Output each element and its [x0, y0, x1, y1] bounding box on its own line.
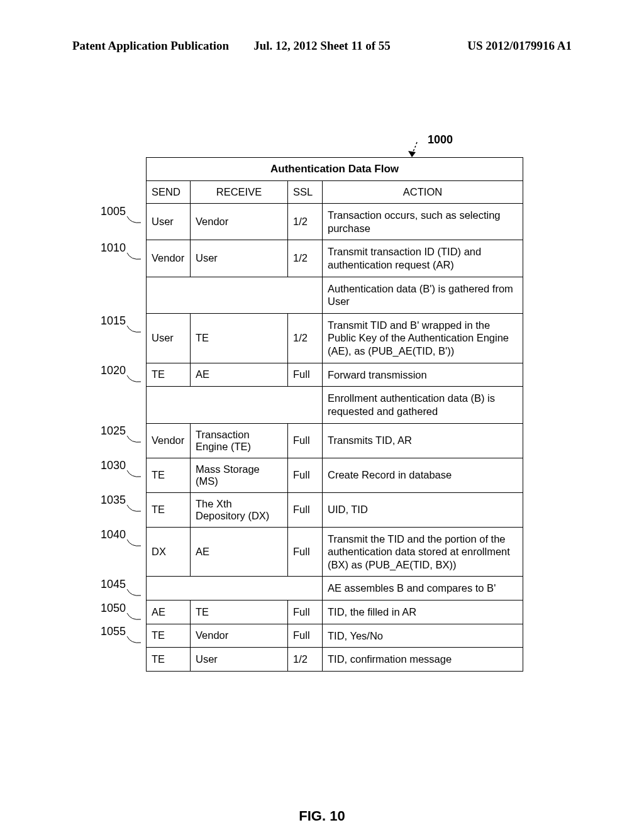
callout-curve-icon	[126, 252, 143, 263]
table-row: TEAEFullForward transmission	[147, 363, 523, 387]
callout-curve-icon	[126, 215, 143, 226]
receive-cell: AE	[191, 363, 288, 387]
ssl-cell: Full	[288, 527, 323, 577]
ssl-cell: 1/2	[288, 204, 323, 240]
send-cell: TE	[147, 492, 191, 527]
row-callout: 1005	[101, 205, 126, 218]
action-cell: Forward transmission	[323, 363, 523, 387]
col-header-ssl: SSL	[288, 181, 323, 204]
ssl-cell: Full	[288, 363, 323, 387]
action-cell: Transmits TID, AR	[323, 423, 523, 458]
receive-cell: Vendor	[191, 204, 288, 240]
ssl-cell: 1/2	[288, 240, 323, 277]
merged-blank-cell	[147, 277, 323, 313]
figure-ref-number: 1000	[428, 133, 453, 147]
callout-curve-icon	[126, 324, 143, 336]
row-callout: 1055	[101, 625, 126, 638]
header-center: Jul. 12, 2012 Sheet 11 of 55	[253, 39, 390, 53]
merged-blank-cell	[147, 387, 323, 423]
table-row: Enrollment authentication data (B) is re…	[147, 387, 523, 423]
ssl-cell: 1/2	[288, 648, 323, 672]
col-header-send: SEND	[147, 181, 191, 204]
col-header-receive: RECEIVE	[191, 181, 288, 204]
send-cell: TE	[147, 363, 191, 387]
ssl-cell: Full	[288, 624, 323, 648]
table-row: AE assembles B and compares to B'	[147, 577, 523, 600]
ssl-cell: Full	[288, 600, 323, 624]
receive-cell: TE	[191, 600, 288, 624]
table-title: Authentication Data Flow	[147, 158, 523, 181]
action-cell: TID, the filled in AR	[323, 600, 523, 624]
table-row: TEThe Xth Depository (DX)FullUID, TID	[147, 492, 523, 527]
row-callout: 1020	[101, 364, 126, 377]
callout-curve-icon	[126, 434, 143, 446]
ssl-cell: 1/2	[288, 313, 323, 363]
callout-curve-icon	[126, 588, 143, 599]
row-callout: 1010	[101, 241, 126, 255]
action-cell: TID, Yes/No	[323, 624, 523, 648]
send-cell: Vendor	[147, 240, 191, 277]
table-row: TEVendorFullTID, Yes/No	[147, 624, 523, 648]
callout-curve-icon	[126, 612, 143, 623]
receive-cell: User	[191, 648, 288, 672]
receive-cell: AE	[191, 527, 288, 577]
send-cell: Vendor	[147, 423, 191, 458]
figure-caption: FIG. 10	[299, 808, 345, 824]
auth-flow-table: Authentication Data Flow SEND RECEIVE SS…	[146, 157, 523, 672]
callout-curve-icon	[126, 538, 143, 550]
action-cell: Enrollment authentication data (B) is re…	[323, 387, 523, 423]
action-cell: Transmit TID and B' wrapped in the Publi…	[323, 313, 523, 363]
row-callout: 1030	[101, 459, 126, 472]
header-right: US 2012/0179916 A1	[467, 39, 572, 53]
header-left: Patent Application Publication	[72, 39, 229, 53]
send-cell: TE	[147, 458, 191, 492]
action-cell: Transmit the TID and the portion of the …	[323, 527, 523, 577]
receive-cell: Mass Storage (MS)	[191, 458, 288, 492]
table-row: TEUser1/2TID, confirmation message	[147, 648, 523, 672]
action-cell: Create Record in database	[323, 458, 523, 492]
table-row: DXAEFullTransmit the TID and the portion…	[147, 527, 523, 577]
callout-curve-icon	[126, 469, 143, 480]
receive-cell: Transaction Engine (TE)	[191, 423, 288, 458]
send-cell: DX	[147, 527, 191, 577]
send-cell: User	[147, 204, 191, 240]
callout-curve-icon	[126, 504, 143, 515]
table-row: VendorUser1/2Transmit transaction ID (TI…	[147, 240, 523, 277]
ssl-cell: Full	[288, 423, 323, 458]
table-row: UserTE1/2Transmit TID and B' wrapped in …	[147, 313, 523, 363]
receive-cell: The Xth Depository (DX)	[191, 492, 288, 527]
callout-curve-icon	[126, 374, 143, 385]
action-cell: Transmit transaction ID (TID) and authen…	[323, 240, 523, 277]
ssl-cell: Full	[288, 458, 323, 492]
table-row: Authentication data (B') is gathered fro…	[147, 277, 523, 313]
receive-cell: User	[191, 240, 288, 277]
ssl-cell: Full	[288, 492, 323, 527]
row-callout: 1015	[101, 314, 126, 328]
send-cell: User	[147, 313, 191, 363]
col-header-action: ACTION	[323, 181, 523, 204]
table-row: TEMass Storage (MS)FullCreate Record in …	[147, 458, 523, 492]
callout-curve-icon	[126, 635, 143, 646]
merged-blank-cell	[147, 577, 323, 600]
send-cell: TE	[147, 624, 191, 648]
send-cell: TE	[147, 648, 191, 672]
action-cell: UID, TID	[323, 492, 523, 527]
row-callout: 1025	[101, 424, 126, 438]
row-callout: 1040	[101, 528, 126, 541]
receive-cell: Vendor	[191, 624, 288, 648]
receive-cell: TE	[191, 313, 288, 363]
action-cell: Transaction occurs, such as selecting pu…	[323, 204, 523, 240]
send-cell: AE	[147, 600, 191, 624]
action-cell: TID, confirmation message	[323, 648, 523, 672]
svg-marker-0	[408, 151, 416, 157]
row-callout: 1045	[101, 578, 126, 591]
table-row: AETEFullTID, the filled in AR	[147, 600, 523, 624]
action-cell: AE assembles B and compares to B'	[323, 577, 523, 600]
row-callout: 1050	[101, 602, 126, 615]
arrow-icon	[387, 138, 425, 160]
row-callout: 1035	[101, 494, 126, 507]
table-row: UserVendor1/2Transaction occurs, such as…	[147, 204, 523, 240]
table-row: VendorTransaction Engine (TE)FullTransmi…	[147, 423, 523, 458]
action-cell: Authentication data (B') is gathered fro…	[323, 277, 523, 313]
